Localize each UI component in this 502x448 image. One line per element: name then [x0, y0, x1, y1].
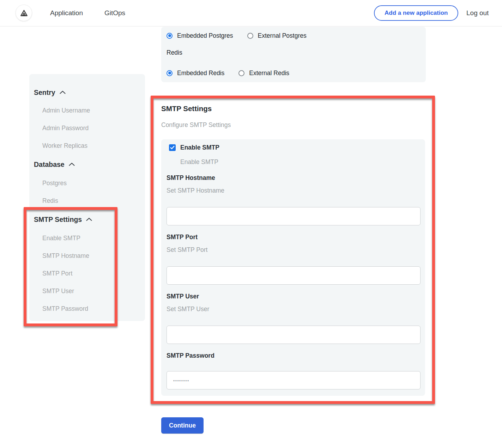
sidebar-item-smtp-hostname[interactable]: SMTP Hostname: [29, 247, 145, 265]
enable-smtp-helper: Enable SMTP: [180, 158, 218, 166]
redis-caption: Redis: [167, 48, 421, 57]
smtp-user-input[interactable]: [167, 326, 421, 344]
config-nav-sidebar: Sentry Admin Username Admin Password Wor…: [29, 74, 145, 321]
database-config-panel: Embedded Postgres External Postgres Redi…: [161, 27, 426, 82]
nav-application[interactable]: Application: [50, 9, 83, 17]
chevron-up-icon: [60, 91, 66, 94]
sidebar-group-smtp-settings-label: SMTP Settings: [34, 216, 82, 224]
sidebar-group-smtp-settings[interactable]: SMTP Settings: [29, 210, 145, 229]
smtp-port-input[interactable]: [167, 266, 421, 285]
chevron-up-icon: [86, 218, 92, 221]
smtp-password-input[interactable]: [167, 371, 421, 389]
sidebar-group-database[interactable]: Database: [29, 155, 145, 174]
external-redis-label: External Redis: [249, 69, 289, 77]
sidebar-group-sentry[interactable]: Sentry: [29, 83, 145, 102]
sidebar-item-smtp-password[interactable]: SMTP Password: [29, 300, 145, 317]
smtp-user-helper: Set SMTP User: [167, 305, 209, 313]
external-postgres-label: External Postgres: [258, 32, 307, 40]
sidebar-item-redis[interactable]: Redis: [29, 192, 145, 210]
smtp-password-label: SMTP Password: [167, 352, 214, 359]
smtp-user-label: SMTP User: [167, 293, 199, 300]
postgres-radio-row: Embedded Postgres External Postgres: [167, 31, 421, 40]
sidebar-item-admin-password[interactable]: Admin Password: [29, 119, 145, 137]
continue-button[interactable]: Continue: [161, 417, 204, 434]
nav-gitops[interactable]: GitOps: [104, 9, 125, 17]
smtp-section-title: SMTP Settings: [161, 104, 212, 113]
redis-radio-row: Embedded Redis External Redis: [167, 68, 421, 78]
logout-link[interactable]: Log out: [466, 9, 489, 17]
sidebar-item-enable-smtp[interactable]: Enable SMTP: [29, 229, 145, 247]
sentry-logo-icon: [19, 8, 29, 18]
smtp-port-helper: Set SMTP Port: [167, 246, 207, 254]
external-redis-radio[interactable]: [238, 70, 244, 76]
sidebar-group-sentry-label: Sentry: [34, 89, 55, 97]
external-postgres-radio[interactable]: [247, 33, 253, 39]
smtp-port-label: SMTP Port: [167, 234, 198, 241]
sidebar-item-smtp-port[interactable]: SMTP Port: [29, 265, 145, 282]
smtp-hostname-label: SMTP Hostname: [167, 174, 215, 182]
sidebar-item-postgres[interactable]: Postgres: [29, 174, 145, 192]
chevron-up-icon: [69, 163, 75, 166]
add-new-application-button[interactable]: Add a new application: [374, 5, 458, 21]
enable-smtp-label: Enable SMTP: [180, 144, 219, 151]
sidebar-item-worker-replicas[interactable]: Worker Replicas: [29, 137, 145, 155]
sentry-logo[interactable]: [16, 5, 32, 21]
embedded-postgres-label: Embedded Postgres: [177, 32, 233, 40]
sidebar-item-admin-username[interactable]: Admin Username: [29, 102, 145, 119]
smtp-section-subtitle: Configure SMTP Settings: [161, 121, 231, 129]
embedded-redis-label: Embedded Redis: [177, 69, 224, 77]
checkmark-icon: [170, 146, 175, 150]
smtp-hostname-input[interactable]: [167, 207, 421, 225]
enable-smtp-checkbox[interactable]: [169, 144, 176, 151]
embedded-redis-radio[interactable]: [167, 70, 173, 76]
top-nav-bar: Application GitOps Add a new application…: [0, 0, 502, 26]
sidebar-group-database-label: Database: [34, 161, 65, 169]
sidebar-item-smtp-user[interactable]: SMTP User: [29, 282, 145, 300]
embedded-postgres-radio[interactable]: [167, 33, 173, 39]
smtp-hostname-helper: Set SMTP Hostname: [167, 187, 224, 194]
enable-smtp-row: Enable SMTP: [169, 144, 219, 151]
